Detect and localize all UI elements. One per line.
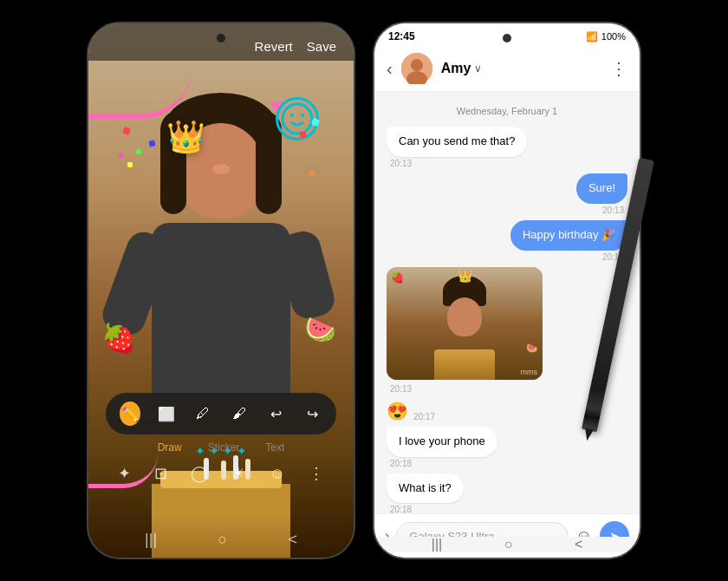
nav-home-icon[interactable]: ○ bbox=[218, 531, 227, 549]
msg-time-2: 20:13 bbox=[602, 206, 624, 215]
svg-point-4 bbox=[411, 59, 423, 71]
msg-time-what: 20:18 bbox=[390, 505, 412, 513]
nav-back-icon[interactable]: < bbox=[288, 531, 297, 549]
wifi-icon: 📶 bbox=[586, 31, 598, 42]
message-3: Happy birthday 🎉 20:13 bbox=[510, 220, 627, 262]
svg-point-2 bbox=[301, 114, 304, 117]
more-options-icon[interactable]: ⋮ bbox=[610, 58, 627, 79]
status-time: 12:45 bbox=[388, 30, 415, 42]
svg-point-1 bbox=[290, 114, 294, 117]
msg-time-love: 20:18 bbox=[390, 459, 412, 468]
status-icons: 📶 100% bbox=[586, 31, 626, 42]
messages-screen: 12:45 📶 100% ‹ Amy ∨ bbox=[374, 23, 640, 558]
message-2: Sure! 20:13 bbox=[576, 173, 627, 215]
bubble-text-what: What is it? bbox=[387, 473, 464, 504]
image-bubble[interactable]: 🍓 🍉 👑 mms bbox=[387, 267, 543, 380]
shapes-icon[interactable]: ◯ bbox=[191, 464, 208, 483]
emoji-icon[interactable]: ☺ bbox=[270, 465, 285, 483]
mini-photo: 🍓 🍉 👑 bbox=[387, 267, 543, 380]
editor-toolbar: ✏️ ⬜ 🖊 🖌 ↩ ↪ Draw Sticker Text ✦ ⊡ bbox=[88, 393, 354, 488]
sparkle-icon[interactable]: ✦ bbox=[118, 464, 131, 483]
draw-tool-icon[interactable]: ✏️ bbox=[120, 401, 140, 426]
message-1: Can you send me that? 20:13 bbox=[387, 127, 527, 168]
battery-icon: 100% bbox=[601, 31, 626, 42]
message-image: 🍓 🍉 👑 mms 20:13 bbox=[387, 267, 543, 395]
confetti-4 bbox=[127, 162, 133, 167]
msg-time-image: 20:13 bbox=[390, 384, 412, 394]
date-divider: Wednesday, February 1 bbox=[387, 106, 627, 116]
save-button[interactable]: Save bbox=[307, 39, 336, 54]
bubble-text-2: Sure! bbox=[576, 173, 627, 204]
more-icon[interactable]: ⋮ bbox=[309, 464, 324, 483]
contact-name-row: Amy ∨ bbox=[441, 61, 601, 76]
sticker-label[interactable]: Sticker bbox=[208, 441, 240, 454]
right-nav-recent[interactable]: ||| bbox=[432, 537, 442, 552]
bubble-text-1: Can you send me that? bbox=[387, 127, 527, 157]
toolbar-labels-row: Draw Sticker Text bbox=[88, 441, 354, 454]
front-camera-right bbox=[503, 34, 511, 42]
right-nav-home[interactable]: ○ bbox=[504, 537, 513, 552]
redo-icon[interactable]: ↪ bbox=[302, 401, 322, 426]
svg-point-0 bbox=[283, 104, 312, 134]
back-button[interactable]: ‹ bbox=[387, 59, 393, 79]
message-love-phone: I love your phone 20:18 bbox=[387, 427, 497, 468]
reaction-emoji-icon: 😍 bbox=[387, 401, 408, 421]
reaction-time: 20:17 bbox=[413, 412, 435, 421]
message-header: ‹ Amy ∨ ⋮ bbox=[374, 46, 640, 92]
draw-label[interactable]: Draw bbox=[158, 441, 182, 454]
nav-recent-icon[interactable]: ||| bbox=[145, 531, 157, 549]
contact-chevron-icon: ∨ bbox=[474, 62, 482, 75]
undo-icon[interactable]: ↩ bbox=[265, 401, 286, 426]
revert-button[interactable]: Revert bbox=[255, 39, 293, 54]
confetti-8 bbox=[309, 171, 315, 176]
left-phone-nav: ||| ○ < bbox=[88, 531, 354, 549]
bubble-text-love: I love your phone bbox=[387, 427, 497, 457]
front-camera-left bbox=[217, 34, 225, 42]
messages-list: Wednesday, February 1 Can you send me th… bbox=[374, 92, 640, 513]
text-label[interactable]: Text bbox=[265, 441, 284, 454]
confetti-6 bbox=[300, 132, 306, 138]
msg-time-1: 20:13 bbox=[390, 159, 412, 168]
phone-right: 12:45 📶 100% ‹ Amy ∨ bbox=[373, 22, 641, 559]
contact-name[interactable]: Amy bbox=[441, 61, 471, 76]
phones-container: Revert Save bbox=[0, 0, 728, 581]
message-what-is-it: What is it? 20:18 bbox=[387, 473, 464, 513]
brightness-icon[interactable]: ☀ bbox=[231, 464, 245, 483]
strawberry-sticker: 🍓 bbox=[101, 322, 136, 355]
mms-label: mms bbox=[521, 368, 538, 376]
bottom-tool-row: ✦ ⊡ ◯ ☀ ☺ ⋮ bbox=[88, 459, 354, 488]
right-nav-back[interactable]: < bbox=[575, 537, 582, 552]
bubble-text-3: Happy birthday 🎉 bbox=[510, 220, 627, 251]
toolbar-icons-row: ✏️ ⬜ 🖊 🖌 ↩ ↪ bbox=[106, 393, 336, 434]
crown-sticker: 👑 bbox=[166, 119, 205, 155]
watermelon-sticker: 🍉 bbox=[304, 314, 336, 344]
phone-left: Revert Save bbox=[87, 22, 355, 559]
transform-icon[interactable]: ⊡ bbox=[154, 464, 167, 483]
highlighter-tool-icon[interactable]: 🖌 bbox=[229, 401, 250, 426]
right-phone-nav: ||| ○ < bbox=[374, 537, 640, 552]
pen-tool-icon[interactable]: 🖊 bbox=[192, 401, 213, 426]
contact-avatar bbox=[401, 53, 432, 84]
eraser-tool-icon[interactable]: ⬜ bbox=[156, 401, 177, 426]
